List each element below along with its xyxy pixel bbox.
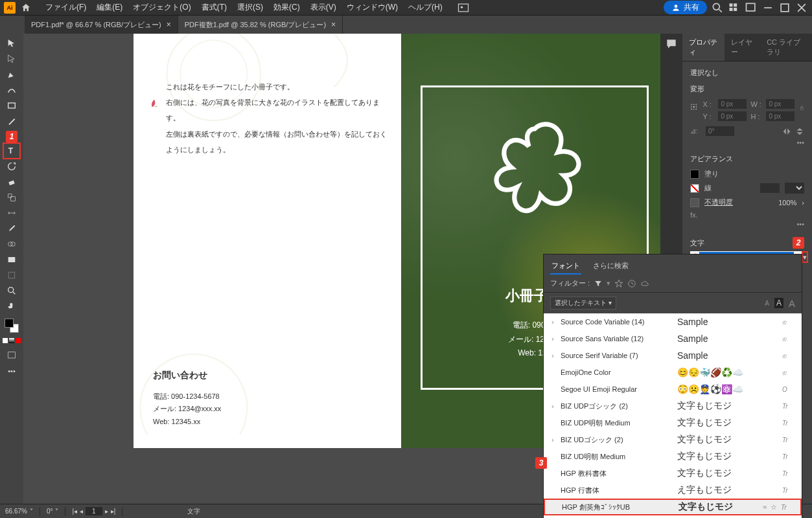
- star-icon[interactable]: [614, 279, 623, 288]
- rotation-field[interactable]: 0° ˅: [47, 508, 59, 515]
- fill-color[interactable]: [5, 319, 14, 328]
- image-trace-icon[interactable]: [457, 1, 470, 14]
- search-icon[interactable]: [711, 1, 724, 14]
- similar-icon[interactable]: ≈: [763, 503, 767, 511]
- flip-h-icon[interactable]: [782, 127, 791, 136]
- menu-file[interactable]: ファイル(F): [40, 2, 91, 13]
- font-row[interactable]: EmojiOne Color😊😔🐳🏈♻️☁️⎋: [544, 364, 802, 381]
- expand-icon[interactable]: ›: [551, 352, 561, 359]
- angle-input[interactable]: [706, 126, 734, 136]
- doc-tab-2[interactable]: PDF複数1.pdf @ 35.82 % (RGB/プレビュー) ×: [178, 16, 343, 34]
- font-row[interactable]: Segoe UI Emoji Regular😳☹️👮⚽️⚛️☁️O: [544, 381, 802, 398]
- menu-help[interactable]: ヘルプ(H): [403, 2, 448, 13]
- star-icon[interactable]: ☆: [771, 503, 777, 511]
- font-row[interactable]: HGP 教科書体文字もじモジTr: [544, 465, 802, 482]
- font-dropdown-button[interactable]: ▾: [802, 251, 808, 263]
- font-row[interactable]: ›Source Sans Variable (12)Sample⎋: [544, 330, 802, 347]
- menu-object[interactable]: オブジェクト(O): [128, 2, 196, 13]
- color-swatch[interactable]: [5, 319, 19, 333]
- eraser-tool[interactable]: [4, 175, 19, 189]
- font-list[interactable]: ›Source Code Variable (14)Sample⎋›Source…: [544, 313, 802, 518]
- color-mode-none[interactable]: [16, 338, 21, 343]
- more-options-icon[interactable]: •••: [690, 220, 804, 228]
- cloud-icon[interactable]: [640, 279, 649, 288]
- fill-swatch[interactable]: [690, 170, 699, 179]
- rectangle-tool[interactable]: [4, 98, 19, 113]
- font-row[interactable]: HGP 創英角ｺﾞｼｯｸUB文字もじモジ≈☆Tr: [544, 499, 802, 515]
- last-icon[interactable]: ▸|: [111, 508, 116, 515]
- first-icon[interactable]: |◂: [72, 508, 77, 515]
- page-number[interactable]: 1: [86, 507, 102, 515]
- chevron-down-icon[interactable]: ˅: [55, 508, 58, 515]
- w-input[interactable]: [766, 99, 795, 109]
- eyedropper-tool[interactable]: [4, 221, 19, 236]
- artboard-nav[interactable]: |◂ ◂ 1 ▸ ▸|: [72, 507, 115, 515]
- color-mode-color[interactable]: [3, 338, 8, 343]
- zoom-field[interactable]: 66.67% ˅: [5, 508, 33, 515]
- expand-icon[interactable]: ›: [551, 318, 561, 326]
- menu-effect[interactable]: 効果(C): [268, 2, 305, 13]
- selection-tool[interactable]: [4, 36, 19, 51]
- font-row[interactable]: ›BIZ UDゴシック (2)文字もじモジTr: [544, 431, 802, 448]
- hand-tool[interactable]: [4, 299, 19, 313]
- expand-icon[interactable]: ›: [551, 436, 561, 444]
- artboard-tool[interactable]: [4, 268, 19, 282]
- font-row[interactable]: ›Source Code Variable (14)Sample⎋: [544, 313, 802, 330]
- reference-point-icon[interactable]: [690, 99, 697, 115]
- menu-window[interactable]: ウィンドウ(W): [342, 2, 403, 13]
- window-icon[interactable]: [745, 1, 758, 14]
- home-icon[interactable]: [21, 3, 31, 13]
- comment-icon[interactable]: [665, 38, 678, 51]
- color-mode-gradient[interactable]: [9, 338, 14, 343]
- font-row[interactable]: ›Source Serif Variable (7)Sample⎋: [544, 347, 802, 364]
- paintbrush-tool[interactable]: [4, 114, 19, 128]
- menu-select[interactable]: 選択(S): [232, 2, 268, 13]
- shape-builder-tool[interactable]: [4, 237, 19, 251]
- selected-text-dropdown[interactable]: 選択したテキスト ▾: [550, 297, 616, 310]
- flip-v-icon[interactable]: [795, 127, 804, 136]
- font-row[interactable]: BIZ UD明朝 Medium文字もじモジTr: [544, 448, 802, 465]
- tab-properties[interactable]: プロパティ: [682, 34, 725, 61]
- menu-view[interactable]: 表示(V): [305, 2, 342, 13]
- tab-close-icon[interactable]: ×: [331, 20, 336, 29]
- stroke-weight-input[interactable]: [760, 183, 780, 193]
- menu-type[interactable]: 書式(T): [196, 2, 232, 13]
- rotate-tool[interactable]: [4, 159, 19, 174]
- pen-tool[interactable]: [4, 67, 19, 82]
- tab-close-icon[interactable]: ×: [167, 20, 171, 29]
- chevron-down-icon[interactable]: ▾: [607, 279, 610, 287]
- curvature-tool[interactable]: [4, 83, 19, 97]
- preview-size-medium[interactable]: A: [774, 298, 783, 308]
- font-row[interactable]: HGP 創英角ﾎﾟｯﾌﾟ体文字もじモジTr: [544, 515, 802, 518]
- expand-icon[interactable]: ›: [551, 335, 561, 343]
- font-row[interactable]: HGP 行書体え字もじモジTr: [544, 482, 802, 499]
- stroke-style-select[interactable]: [785, 183, 804, 194]
- lock-aspect-icon[interactable]: [800, 99, 804, 117]
- expand-icon[interactable]: ›: [551, 402, 561, 410]
- fx-label[interactable]: fx.: [690, 211, 804, 219]
- next-icon[interactable]: ▸: [105, 508, 108, 515]
- gradient-tool[interactable]: [4, 253, 19, 267]
- prev-icon[interactable]: ◂: [80, 508, 83, 515]
- clock-icon[interactable]: [627, 279, 636, 288]
- x-input[interactable]: [718, 99, 747, 109]
- share-button[interactable]: 共有: [664, 1, 707, 14]
- filter-icon[interactable]: [594, 279, 603, 288]
- preview-size-small[interactable]: A: [765, 300, 769, 307]
- menu-edit[interactable]: 編集(E): [91, 2, 128, 13]
- close-icon[interactable]: [795, 1, 808, 14]
- font-tab-find-more[interactable]: さらに検索: [592, 258, 630, 275]
- tab-layers[interactable]: レイヤー: [725, 34, 761, 61]
- minimize-icon[interactable]: [761, 1, 774, 14]
- screen-mode-tool[interactable]: [4, 348, 19, 363]
- maximize-icon[interactable]: [778, 1, 791, 14]
- doc-tab-1[interactable]: PDF1.pdf* @ 66.67 % (RGB/プレビュー) ×: [25, 16, 178, 34]
- zoom-tool[interactable]: [4, 284, 19, 298]
- tab-cc-libraries[interactable]: CC ライブラリ: [760, 34, 812, 61]
- chevron-down-icon[interactable]: ˅: [30, 508, 33, 515]
- direct-selection-tool[interactable]: [4, 52, 19, 66]
- width-tool[interactable]: [4, 206, 19, 220]
- type-tool[interactable]: T: [4, 144, 19, 158]
- y-input[interactable]: [718, 111, 747, 121]
- preview-size-large[interactable]: A: [789, 298, 795, 309]
